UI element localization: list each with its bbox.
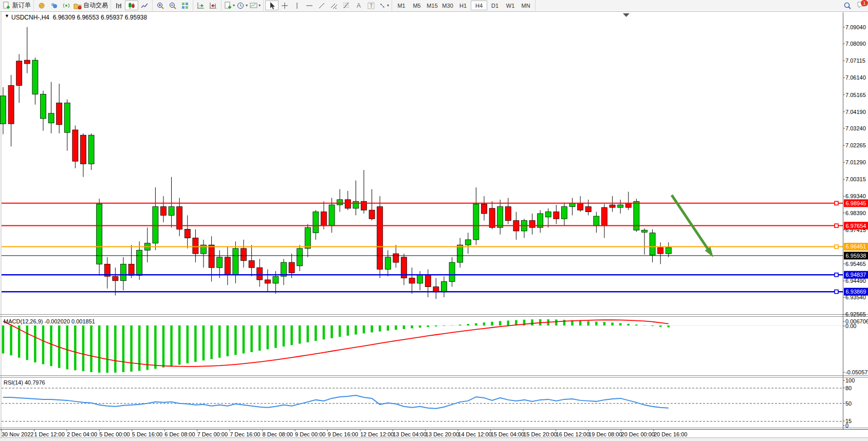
community-button[interactable] (48, 1, 60, 10)
search-button[interactable] (841, 1, 854, 10)
candle-body (353, 201, 359, 208)
timeframe-m1[interactable]: M1 (394, 1, 409, 10)
time-tick-label: 16 Dec 12:00 (556, 431, 589, 437)
time-tick-label: 30 Nov 2022 (2, 431, 33, 437)
equidistant-channel-tool-button[interactable] (328, 1, 340, 10)
timeframe-m15[interactable]: M15 (424, 1, 440, 10)
trend-line-tool-button[interactable] (316, 1, 328, 10)
favorites-button[interactable] (35, 1, 48, 10)
arrows-tool-button[interactable]: ▾ (377, 1, 390, 10)
time-tick-label: 5 Dec 16:00 (132, 431, 162, 437)
timeframe-h1[interactable]: H1 (455, 1, 471, 10)
auto-scroll-button[interactable] (195, 1, 207, 10)
chart-canvas[interactable]: 7.090407.080907.071157.061407.051657.041… (0, 11, 868, 437)
level-line-handle[interactable] (835, 224, 838, 227)
candle-body (321, 212, 327, 226)
candle-body (594, 216, 599, 226)
horizontal-line-icon (305, 2, 313, 10)
zoom-out-button[interactable] (167, 1, 179, 10)
notification-badge: 1 (861, 0, 868, 6)
price-tick-label: 7.01290 (845, 159, 866, 165)
candle-body (249, 261, 254, 268)
candle-body (209, 245, 214, 267)
rsi-tick-label: 100 (845, 377, 855, 384)
candle-body (289, 262, 294, 273)
line-chart-button[interactable] (138, 1, 151, 10)
candle-body (41, 94, 46, 119)
price-tick-label: 7.02265 (845, 142, 866, 148)
candle-chart-button[interactable] (125, 1, 138, 10)
candle-body (361, 201, 367, 210)
price-tick-label: 6.94490 (845, 278, 866, 284)
candle-body (337, 200, 343, 205)
candle-body (225, 257, 230, 275)
candle-body (329, 205, 335, 226)
timeframe-m30[interactable]: M30 (440, 1, 455, 10)
notifications-button[interactable]: 1 (857, 1, 866, 10)
text-tool-button[interactable]: A (353, 1, 365, 10)
text-label-tool-button[interactable]: T (365, 1, 377, 10)
status-bar (0, 437, 868, 441)
candle-body (465, 240, 471, 245)
new-order-button[interactable]: 新订单 (2, 1, 32, 10)
timeframe-m5[interactable]: M5 (409, 1, 424, 10)
cursor-tool-button[interactable] (265, 1, 279, 10)
candle-body (553, 212, 559, 219)
time-tick-label: 6 Dec 08:00 (164, 431, 195, 437)
bar-chart-icon (115, 2, 123, 10)
time-tick-label: 1 Dec 12:00 (34, 431, 64, 437)
zoom-in-button[interactable] (154, 1, 167, 10)
timeframe-d1[interactable]: D1 (487, 1, 503, 10)
time-tick-label: 9 Dec 16:00 (328, 431, 358, 437)
price-badge-label: 6.98945 (846, 200, 866, 206)
time-tick-label: 19 Dec 08:00 (588, 431, 622, 437)
profiles-button[interactable]: ▾ (249, 1, 262, 10)
macd-tick-label: 0.00 (845, 323, 856, 329)
auto-scroll-icon (197, 2, 205, 10)
level-line-handle[interactable] (835, 290, 838, 294)
candle-body (393, 254, 399, 262)
crosshair-tool-button[interactable] (279, 1, 291, 10)
fibonacci-tool-button[interactable] (340, 1, 353, 10)
timeframe-h4[interactable]: H4 (471, 1, 487, 10)
macd-tick-label: -0.050575 (845, 369, 868, 375)
clock-icon (237, 2, 245, 10)
candle-body (425, 275, 431, 287)
timeframe-w1[interactable]: W1 (503, 1, 518, 10)
new-chart-button[interactable]: ▾ (223, 1, 236, 10)
new-order-label: 新订单 (12, 1, 31, 10)
new-chart-icon (224, 2, 232, 10)
chart-shift-button[interactable] (207, 1, 219, 10)
tile-windows-icon (181, 2, 189, 10)
candle-body (8, 85, 14, 124)
signals-button[interactable] (60, 1, 72, 10)
tile-windows-button[interactable] (179, 1, 191, 10)
level-line-handle[interactable] (835, 245, 838, 248)
equidistant-channel-icon (330, 2, 338, 10)
candle-body (265, 280, 270, 283)
time-tick-label: 9 Dec 00:00 (295, 431, 325, 437)
candle-body (457, 245, 463, 262)
vertical-line-tool-button[interactable] (291, 1, 303, 10)
candle-body (417, 275, 423, 283)
time-tick-label: 5 Dec 00:00 (99, 431, 130, 437)
candle-body (369, 210, 375, 219)
autotrade-button[interactable]: 自动交易 (72, 1, 109, 10)
text-label-icon: T (367, 2, 375, 10)
new-order-icon (3, 2, 11, 10)
candle-body (297, 248, 303, 266)
horizontal-line-tool-button[interactable] (303, 1, 316, 10)
arrows-icon (378, 2, 386, 10)
price-badge: 6.94837 (844, 271, 868, 279)
periodicity-button[interactable]: ▾ (236, 1, 249, 10)
profiles-icon (250, 2, 258, 10)
rsi-tick-label: 50 (845, 400, 852, 407)
timeframe-mn[interactable]: MN (518, 1, 533, 10)
candle-body (193, 238, 198, 254)
level-line-handle[interactable] (835, 273, 838, 277)
level-line-handle[interactable] (835, 201, 838, 205)
candle-body (169, 206, 174, 215)
price-badge-label: 6.93869 (846, 289, 866, 295)
bar-chart-button[interactable] (113, 1, 125, 10)
timeframe-group: M1M5M15M30H1H4D1W1MN (392, 0, 535, 11)
